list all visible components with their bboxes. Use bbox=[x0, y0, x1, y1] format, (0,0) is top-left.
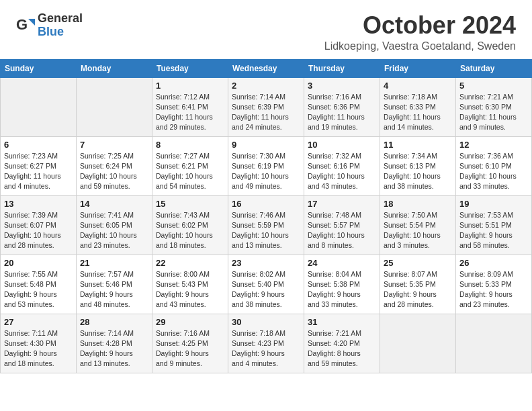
day-number: 5 bbox=[459, 81, 528, 91]
month-title: October 2024 bbox=[324, 12, 516, 39]
day-number: 22 bbox=[156, 258, 224, 268]
day-number: 14 bbox=[80, 199, 148, 209]
day-number: 31 bbox=[308, 317, 376, 327]
logo-general-text: General Blue bbox=[38, 12, 83, 39]
calendar-day-cell: 25Sunrise: 8:07 AM Sunset: 5:35 PM Dayli… bbox=[380, 255, 456, 314]
day-info: Sunrise: 7:23 AM Sunset: 6:27 PM Dayligh… bbox=[4, 151, 73, 192]
day-number: 7 bbox=[80, 140, 148, 150]
weekday-header-monday: Monday bbox=[77, 59, 152, 77]
day-number: 1 bbox=[156, 81, 224, 91]
day-number: 25 bbox=[384, 258, 452, 268]
day-number: 9 bbox=[232, 140, 300, 150]
calendar-day-cell: 28Sunrise: 7:14 AM Sunset: 4:28 PM Dayli… bbox=[77, 314, 152, 373]
day-number: 23 bbox=[232, 258, 300, 268]
day-number: 10 bbox=[308, 140, 376, 150]
calendar-day-cell: 1Sunrise: 7:12 AM Sunset: 6:41 PM Daylig… bbox=[152, 77, 228, 136]
svg-marker-1 bbox=[28, 19, 35, 26]
day-info: Sunrise: 7:39 AM Sunset: 6:07 PM Dayligh… bbox=[4, 210, 73, 251]
calendar-day-cell bbox=[77, 77, 152, 136]
calendar-day-cell: 12Sunrise: 7:36 AM Sunset: 6:10 PM Dayli… bbox=[456, 136, 532, 195]
day-number: 16 bbox=[232, 199, 300, 209]
day-number: 13 bbox=[4, 199, 73, 209]
day-info: Sunrise: 7:30 AM Sunset: 6:19 PM Dayligh… bbox=[232, 151, 300, 192]
day-info: Sunrise: 8:07 AM Sunset: 5:35 PM Dayligh… bbox=[384, 269, 452, 310]
calendar-day-cell: 5Sunrise: 7:21 AM Sunset: 6:30 PM Daylig… bbox=[456, 77, 532, 136]
calendar-day-cell: 16Sunrise: 7:46 AM Sunset: 5:59 PM Dayli… bbox=[228, 195, 304, 255]
day-info: Sunrise: 7:46 AM Sunset: 5:59 PM Dayligh… bbox=[232, 210, 300, 251]
calendar-day-cell: 29Sunrise: 7:16 AM Sunset: 4:25 PM Dayli… bbox=[152, 314, 228, 373]
calendar-week-row: 13Sunrise: 7:39 AM Sunset: 6:07 PM Dayli… bbox=[1, 195, 532, 255]
calendar-day-cell: 21Sunrise: 7:57 AM Sunset: 5:46 PM Dayli… bbox=[77, 255, 152, 314]
day-info: Sunrise: 7:14 AM Sunset: 6:39 PM Dayligh… bbox=[232, 92, 300, 133]
day-info: Sunrise: 7:12 AM Sunset: 6:41 PM Dayligh… bbox=[156, 92, 224, 133]
day-number: 8 bbox=[156, 140, 224, 150]
logo-icon: G bbox=[16, 16, 35, 35]
day-info: Sunrise: 7:14 AM Sunset: 4:28 PM Dayligh… bbox=[80, 328, 148, 369]
day-info: Sunrise: 8:00 AM Sunset: 5:43 PM Dayligh… bbox=[156, 269, 224, 310]
day-info: Sunrise: 7:25 AM Sunset: 6:24 PM Dayligh… bbox=[80, 151, 148, 192]
calendar-day-cell: 7Sunrise: 7:25 AM Sunset: 6:24 PM Daylig… bbox=[77, 136, 152, 195]
day-info: Sunrise: 7:57 AM Sunset: 5:46 PM Dayligh… bbox=[80, 269, 148, 310]
day-number: 29 bbox=[156, 317, 224, 327]
day-info: Sunrise: 7:21 AM Sunset: 4:20 PM Dayligh… bbox=[308, 328, 376, 369]
calendar-day-cell: 20Sunrise: 7:55 AM Sunset: 5:48 PM Dayli… bbox=[1, 255, 77, 314]
day-number: 28 bbox=[80, 317, 148, 327]
day-info: Sunrise: 7:53 AM Sunset: 5:51 PM Dayligh… bbox=[459, 210, 528, 251]
calendar-day-cell: 22Sunrise: 8:00 AM Sunset: 5:43 PM Dayli… bbox=[152, 255, 228, 314]
calendar-week-row: 1Sunrise: 7:12 AM Sunset: 6:41 PM Daylig… bbox=[1, 77, 532, 136]
svg-text:G: G bbox=[16, 16, 28, 33]
day-info: Sunrise: 7:43 AM Sunset: 6:02 PM Dayligh… bbox=[156, 210, 224, 251]
day-info: Sunrise: 7:36 AM Sunset: 6:10 PM Dayligh… bbox=[459, 151, 528, 192]
calendar-day-cell: 14Sunrise: 7:41 AM Sunset: 6:05 PM Dayli… bbox=[77, 195, 152, 255]
day-info: Sunrise: 7:18 AM Sunset: 4:23 PM Dayligh… bbox=[232, 328, 300, 369]
calendar-day-cell: 31Sunrise: 7:21 AM Sunset: 4:20 PM Dayli… bbox=[304, 314, 380, 373]
calendar-day-cell: 3Sunrise: 7:16 AM Sunset: 6:36 PM Daylig… bbox=[304, 77, 380, 136]
day-number: 19 bbox=[459, 199, 528, 209]
day-info: Sunrise: 7:16 AM Sunset: 6:36 PM Dayligh… bbox=[308, 92, 376, 133]
calendar-day-cell: 18Sunrise: 7:50 AM Sunset: 5:54 PM Dayli… bbox=[380, 195, 456, 255]
weekday-header-row: SundayMondayTuesdayWednesdayThursdayFrid… bbox=[1, 59, 532, 77]
calendar-day-cell: 4Sunrise: 7:18 AM Sunset: 6:33 PM Daylig… bbox=[380, 77, 456, 136]
calendar-day-cell: 2Sunrise: 7:14 AM Sunset: 6:39 PM Daylig… bbox=[228, 77, 304, 136]
weekday-header-wednesday: Wednesday bbox=[228, 59, 304, 77]
day-info: Sunrise: 8:02 AM Sunset: 5:40 PM Dayligh… bbox=[232, 269, 300, 310]
calendar-day-cell: 13Sunrise: 7:39 AM Sunset: 6:07 PM Dayli… bbox=[1, 195, 77, 255]
calendar-day-cell bbox=[380, 314, 456, 373]
calendar-day-cell: 30Sunrise: 7:18 AM Sunset: 4:23 PM Dayli… bbox=[228, 314, 304, 373]
weekday-header-thursday: Thursday bbox=[304, 59, 380, 77]
calendar-day-cell: 11Sunrise: 7:34 AM Sunset: 6:13 PM Dayli… bbox=[380, 136, 456, 195]
day-number: 27 bbox=[4, 317, 73, 327]
day-number: 6 bbox=[4, 140, 73, 150]
day-number: 17 bbox=[308, 199, 376, 209]
weekday-header-saturday: Saturday bbox=[456, 59, 532, 77]
calendar-day-cell: 9Sunrise: 7:30 AM Sunset: 6:19 PM Daylig… bbox=[228, 136, 304, 195]
calendar-week-row: 6Sunrise: 7:23 AM Sunset: 6:27 PM Daylig… bbox=[1, 136, 532, 195]
calendar-day-cell: 17Sunrise: 7:48 AM Sunset: 5:57 PM Dayli… bbox=[304, 195, 380, 255]
calendar-day-cell: 27Sunrise: 7:11 AM Sunset: 4:30 PM Dayli… bbox=[1, 314, 77, 373]
day-info: Sunrise: 7:16 AM Sunset: 4:25 PM Dayligh… bbox=[156, 328, 224, 369]
calendar-day-cell: 24Sunrise: 8:04 AM Sunset: 5:38 PM Dayli… bbox=[304, 255, 380, 314]
day-number: 12 bbox=[459, 140, 528, 150]
calendar-day-cell: 19Sunrise: 7:53 AM Sunset: 5:51 PM Dayli… bbox=[456, 195, 532, 255]
calendar-day-cell bbox=[456, 314, 532, 373]
day-info: Sunrise: 7:48 AM Sunset: 5:57 PM Dayligh… bbox=[308, 210, 376, 251]
day-number: 11 bbox=[384, 140, 452, 150]
calendar-day-cell: 26Sunrise: 8:09 AM Sunset: 5:33 PM Dayli… bbox=[456, 255, 532, 314]
day-number: 30 bbox=[232, 317, 300, 327]
calendar-day-cell: 10Sunrise: 7:32 AM Sunset: 6:16 PM Dayli… bbox=[304, 136, 380, 195]
logo: G General Blue bbox=[16, 12, 83, 39]
day-info: Sunrise: 8:04 AM Sunset: 5:38 PM Dayligh… bbox=[308, 269, 376, 310]
calendar-day-cell: 15Sunrise: 7:43 AM Sunset: 6:02 PM Dayli… bbox=[152, 195, 228, 255]
day-number: 3 bbox=[308, 81, 376, 91]
day-info: Sunrise: 7:21 AM Sunset: 6:30 PM Dayligh… bbox=[459, 92, 528, 133]
day-number: 21 bbox=[80, 258, 148, 268]
calendar-day-cell: 6Sunrise: 7:23 AM Sunset: 6:27 PM Daylig… bbox=[1, 136, 77, 195]
weekday-header-friday: Friday bbox=[380, 59, 456, 77]
day-info: Sunrise: 7:34 AM Sunset: 6:13 PM Dayligh… bbox=[384, 151, 452, 192]
day-info: Sunrise: 7:32 AM Sunset: 6:16 PM Dayligh… bbox=[308, 151, 376, 192]
day-info: Sunrise: 7:55 AM Sunset: 5:48 PM Dayligh… bbox=[4, 269, 73, 310]
calendar-day-cell: 23Sunrise: 8:02 AM Sunset: 5:40 PM Dayli… bbox=[228, 255, 304, 314]
calendar-week-row: 27Sunrise: 7:11 AM Sunset: 4:30 PM Dayli… bbox=[1, 314, 532, 373]
day-info: Sunrise: 7:11 AM Sunset: 4:30 PM Dayligh… bbox=[4, 328, 73, 369]
day-number: 15 bbox=[156, 199, 224, 209]
